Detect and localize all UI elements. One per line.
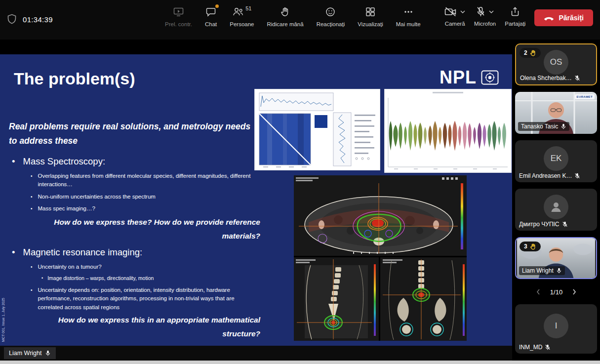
people-count-badge: 51 (245, 5, 251, 11)
participant-tile-tanasko[interactable]: EURAMET Tanasko Tasic (515, 92, 597, 134)
raise-hand-button[interactable]: Ridicare mână (267, 6, 304, 27)
violin-plots-graphic (384, 89, 512, 173)
participant-name: Olena Shcherbak… (520, 75, 580, 81)
camera-label: Cameră (445, 21, 465, 27)
participants-pager: 1/10 (515, 285, 598, 298)
view-grid-icon (365, 6, 375, 17)
mic-on-icon (560, 123, 566, 129)
participants-panel: 2 OS Olena Shcherbak… (512, 40, 600, 361)
slide-title: The problem(s) (14, 69, 135, 88)
bottom-edge-bar (0, 361, 600, 364)
question-reference-materials: How do we express these? How do we provi… (20, 215, 260, 243)
mri-heading: Magnetic resonance imaging: (12, 247, 142, 258)
react-button[interactable]: Reacționați (317, 6, 345, 27)
camera-control[interactable]: Cameră (444, 6, 465, 27)
presenter-strip: Liam Wright (0, 346, 512, 361)
toolbar-center: Prel. contr. Chat 51 Persoane (165, 6, 421, 27)
pager-next-icon[interactable] (572, 289, 576, 295)
more-button[interactable]: Mai multe (396, 6, 421, 27)
person-icon (550, 201, 562, 213)
participant-name: Liam Wright (519, 266, 565, 275)
chat-notification-dot (215, 4, 219, 8)
share-icon (510, 6, 520, 17)
npl-logo: NPL (440, 67, 499, 88)
shared-slide: The problem(s) NPL MCT 001, Issue 1, Jul… (0, 54, 512, 346)
take-control-label: Prel. contr. (165, 21, 192, 27)
mic-muted-icon (574, 173, 580, 179)
bullet-subitem: Image distortion – warps, directionality… (41, 275, 254, 283)
mic-on-icon (45, 350, 51, 356)
camera-off-icon (444, 6, 457, 17)
bullet-item: Uncertainty depends on: position, orient… (31, 286, 254, 312)
avatar-initials: I (555, 321, 558, 331)
participant-tile-liam[interactable]: 3 Liam Wright (515, 237, 597, 279)
bullet-item: Uncertainty on a tumour? (31, 263, 254, 271)
take-control-button[interactable]: Prel. contr. (165, 6, 192, 27)
avatar-initials: EK (551, 154, 562, 163)
mic-dropdown-chevron-icon[interactable] (489, 10, 494, 13)
bullet-item: Non-uniform uncertainties across the spe… (31, 193, 254, 201)
toolbar-right: Cameră Microfon Partajați Părăsiți (444, 6, 593, 27)
participant-name: Дмитро ЧУПІС (519, 221, 568, 228)
participant-tile-inm[interactable]: I INM_MD (515, 304, 597, 354)
mic-off-icon (476, 6, 485, 17)
teams-meeting-window: 01:34:39 Prel. contr. Chat 51 (0, 0, 600, 364)
participant-name: Emil Andreasen K… (519, 172, 580, 179)
presenter-name: Liam Wright (9, 350, 41, 357)
shield-icon (7, 14, 17, 25)
dose-planning-graphic (294, 175, 467, 341)
share-button[interactable]: Partajați (505, 6, 525, 27)
presenter-name-label: Liam Wright (4, 347, 56, 359)
figure-spectra-covariance (254, 89, 380, 170)
participant-tile-dmytro[interactable]: Дмитро ЧУПІС (515, 189, 597, 231)
raise-hand-badge: 2 (520, 48, 541, 58)
leave-label: Părăsiți (559, 14, 584, 22)
more-ellipsis-icon (403, 6, 413, 17)
take-control-icon (173, 6, 184, 17)
view-button[interactable]: Vizualizați (358, 6, 383, 27)
hand-order: 3 (524, 243, 527, 250)
participant-name: Tanasko Tasic (518, 122, 569, 131)
mic-muted-icon (545, 344, 551, 350)
people-button[interactable]: 51 Persoane (230, 6, 254, 27)
meeting-timer-group: 01:34:39 (7, 14, 53, 25)
participant-tile-emil[interactable]: EK Emil Andreasen K… (515, 140, 597, 182)
leave-button[interactable]: Părăsiți (534, 9, 593, 26)
figure-violin-plots (384, 89, 512, 173)
npl-logo-text: NPL (440, 67, 477, 88)
pager-prev-icon[interactable] (536, 289, 540, 295)
hand-order: 2 (524, 49, 527, 56)
raise-hand-icon (281, 6, 290, 17)
mic-muted-icon (574, 75, 580, 81)
raised-hand-icon (530, 243, 536, 250)
mri-bullets: Uncertainty on a tumour? Image distortio… (31, 263, 254, 315)
people-icon: 51 (232, 6, 251, 17)
mic-on-icon (556, 268, 562, 274)
slide-doc-reference: MCT 001, Issue 1, July 2025 (1, 298, 5, 342)
chat-icon (206, 6, 216, 17)
avatar (544, 195, 568, 219)
meeting-timer: 01:34:39 (23, 15, 53, 24)
figure-dose-planning-ct (294, 175, 467, 341)
camera-dropdown-chevron-icon[interactable] (460, 10, 465, 13)
react-label: Reacționați (317, 21, 345, 27)
people-label: Persoane (230, 21, 254, 27)
participant-name: INM_MD (519, 344, 551, 351)
euramet-logo: EURAMET (575, 94, 595, 99)
chat-button[interactable]: Chat (205, 6, 217, 27)
raised-hand-icon (530, 50, 536, 56)
raise-hand-label: Ridicare mână (267, 21, 304, 27)
more-label: Mai multe (396, 21, 421, 27)
participant-tile-olena[interactable]: 2 OS Olena Shcherbak… (515, 43, 597, 85)
avatar: OS (544, 50, 568, 75)
spectra-covariance-graphic (254, 89, 380, 170)
npl-crest-icon (481, 70, 499, 85)
slide-intro-statement: Real problems require real solutions, an… (9, 120, 253, 148)
share-label: Partajați (505, 21, 525, 27)
avatar-initials: OS (550, 57, 562, 67)
meeting-toolbar: 01:34:39 Prel. contr. Chat 51 (0, 0, 600, 40)
raise-hand-badge: 3 (520, 242, 541, 251)
avatar: EK (544, 146, 568, 171)
mic-muted-icon (562, 221, 568, 227)
mic-control[interactable]: Microfon (474, 6, 496, 27)
